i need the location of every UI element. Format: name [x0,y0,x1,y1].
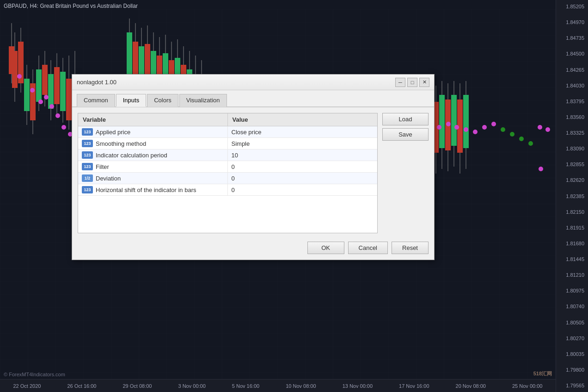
type-badge: 123 [82,186,93,193]
value-text: 0 [232,175,235,182]
minimize-button[interactable]: ─ [395,78,405,87]
indicator-dialog: nonlagdot 1.00 ─ □ ✕ Common Inputs Color… [72,74,435,260]
dialog-controls: ─ □ ✕ [395,78,429,87]
table-row[interactable]: 1/2 Deviation 0 [78,173,377,184]
close-button[interactable]: ✕ [419,78,429,87]
value-text: 0 [232,163,235,170]
value-cell[interactable]: Close price [228,126,378,137]
save-button[interactable]: Save [382,128,429,141]
variable-cell: 123 Indicator calculation period [78,149,228,161]
ok-button[interactable]: OK [307,242,344,254]
type-badge: 123 [82,140,93,147]
tab-common[interactable]: Common [77,94,115,107]
variable-cell: 123 Applied price [78,126,228,137]
cancel-button[interactable]: Cancel [348,242,388,254]
table-section: Variable Value 123 Applied price Close p… [78,113,378,238]
variables-table: Variable Value 123 Applied price Close p… [78,113,378,233]
variable-cell: 123 Horizontal shift of the indicator in… [78,184,228,195]
value-text: 10 [232,152,238,159]
dialog-tabs: Common Inputs Colors Visualization [72,90,434,107]
dialog-overlay: nonlagdot 1.00 ─ □ ✕ Common Inputs Color… [0,0,588,392]
load-button[interactable]: Load [382,113,429,125]
type-badge: 123 [82,151,93,159]
variable-cell: 1/2 Deviation [78,173,228,184]
variable-name: Applied price [96,129,130,136]
value-cell[interactable]: 10 [228,149,378,161]
variable-name: Deviation [96,175,121,182]
dialog-footer: OK Cancel Reset [78,238,429,254]
dialog-titlebar: nonlagdot 1.00 ─ □ ✕ [72,75,434,90]
variable-name: Smoothing method [96,140,146,147]
variable-name: Horizontal shift of the indicator in bar… [96,187,196,193]
value-text: Close price [232,129,262,136]
table-row[interactable]: 123 Smoothing method Simple [78,138,377,149]
dialog-title: nonlagdot 1.00 [77,79,116,86]
type-badge: 123 [82,163,93,170]
table-row[interactable]: 123 Applied price Close price [78,126,377,138]
value-text: 0 [232,187,235,193]
tab-visualization[interactable]: Visualization [179,94,227,107]
value-cell[interactable]: 0 [228,173,378,184]
reset-button[interactable]: Reset [392,242,429,254]
tab-inputs[interactable]: Inputs [116,94,146,107]
tab-colors[interactable]: Colors [147,94,178,107]
variable-cell: 123 Smoothing method [78,138,228,149]
table-row[interactable]: 123 Indicator calculation period 10 [78,149,377,161]
value-column-header: Value [228,113,378,126]
variable-name: Indicator calculation period [96,152,167,159]
maximize-button[interactable]: □ [407,78,417,87]
value-cell[interactable]: 0 [228,184,378,195]
value-cell[interactable]: 0 [228,161,378,172]
table-row[interactable]: 123 Filter 0 [78,161,377,173]
type-badge: 123 [82,128,93,136]
value-cell[interactable]: Simple [228,138,378,149]
variable-cell: 123 Filter [78,161,228,172]
dialog-content: Variable Value 123 Applied price Close p… [72,107,434,260]
variable-name: Filter [96,163,109,170]
table-header: Variable Value [78,113,377,126]
value-text: Simple [232,140,250,147]
type-badge-fraction: 1/2 [82,174,93,182]
dialog-main: Variable Value 123 Applied price Close p… [78,113,429,238]
variable-column-header: Variable [78,113,228,126]
table-row[interactable]: 123 Horizontal shift of the indicator in… [78,184,377,196]
side-buttons: Load Save [382,113,429,238]
